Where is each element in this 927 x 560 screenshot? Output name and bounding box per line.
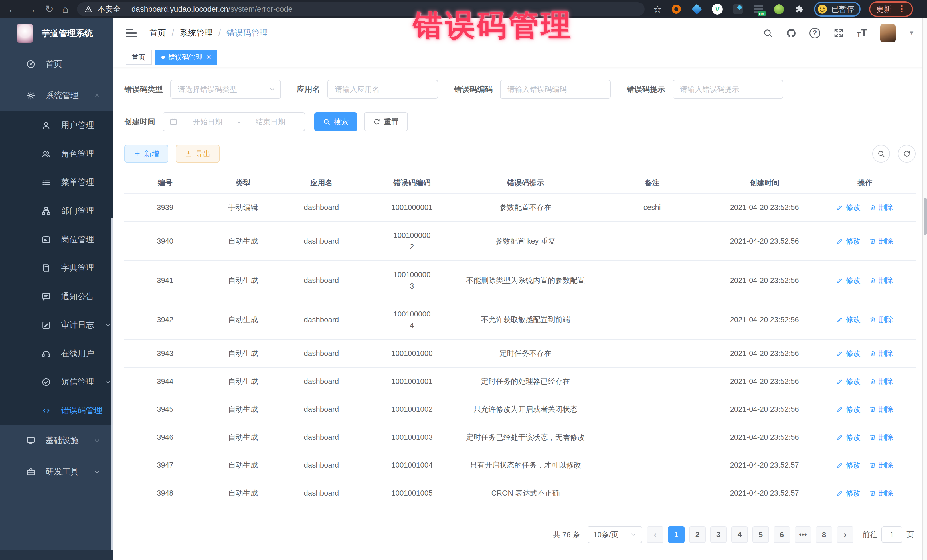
date-range-picker[interactable]: 开始日期 - 结束日期 (163, 112, 305, 131)
edit-link[interactable]: 修改 (836, 487, 860, 499)
breadcrumb-home[interactable]: 首页 (149, 27, 166, 39)
close-icon[interactable]: ✕ (206, 54, 211, 61)
refresh-table-button[interactable] (898, 145, 916, 162)
delete-link[interactable]: 删除 (869, 375, 894, 387)
browser-reload-icon[interactable]: ↻ (45, 4, 54, 14)
delete-link[interactable]: 删除 (869, 487, 894, 499)
sidebar-collapse-bar[interactable] (0, 550, 113, 560)
error-code-type-select[interactable] (170, 80, 281, 99)
app-name-input[interactable] (327, 80, 438, 99)
edit-link[interactable]: 修改 (836, 275, 860, 286)
tab-home[interactable]: 首页 (126, 50, 152, 65)
edit-link[interactable]: 修改 (836, 459, 860, 471)
export-button[interactable]: 导出 (176, 145, 220, 162)
sidebar-item-user-management[interactable]: 用户管理 (0, 111, 113, 140)
search-icon[interactable] (763, 28, 773, 38)
sidebar-item-dict-management[interactable]: 字典管理 (0, 254, 113, 282)
error-hint-input[interactable] (673, 80, 783, 99)
edit-link[interactable]: 修改 (836, 431, 860, 443)
create-time-label: 创建时间 (125, 117, 155, 127)
sidebar-item-sms-management[interactable]: 短信管理 (0, 368, 113, 396)
gear-icon (26, 91, 35, 100)
prev-page-button[interactable]: ‹ (647, 527, 663, 543)
font-size-icon[interactable]: TT (857, 28, 868, 38)
hamburger-icon[interactable] (126, 29, 137, 37)
start-date-placeholder[interactable]: 开始日期 (180, 117, 236, 127)
user-avatar[interactable] (880, 24, 896, 42)
fullscreen-icon[interactable] (833, 28, 844, 38)
sidebar-item-menu-management[interactable]: 菜单管理 (0, 168, 113, 197)
page-button-2[interactable]: 2 (689, 527, 706, 543)
page-button-3[interactable]: 3 (710, 527, 727, 543)
sidebar-item-role-management[interactable]: 角色管理 (0, 140, 113, 168)
extension-switch-icon[interactable]: on (752, 3, 764, 15)
extension-blue-gem-icon[interactable] (691, 3, 703, 15)
sidebar-item-online-users[interactable]: 在线用户 (0, 339, 113, 368)
sidebar-item-department-management[interactable]: 部门管理 (0, 197, 113, 225)
address-bar-divider (126, 5, 126, 14)
delete-link[interactable]: 删除 (869, 314, 894, 325)
edit-link[interactable]: 修改 (836, 404, 860, 415)
error-code-type-input[interactable] (170, 80, 281, 99)
sidebar-item-audit-log[interactable]: 审计日志 (0, 311, 113, 339)
page-size-select[interactable]: 10条/页 (588, 526, 642, 543)
reset-button[interactable]: 重置 (364, 112, 408, 131)
page-button-8[interactable]: 8 (816, 527, 832, 543)
breadcrumb-system-management[interactable]: 系统管理 (180, 27, 213, 39)
end-date-placeholder[interactable]: 结束日期 (242, 117, 298, 127)
browser-home-icon[interactable]: ⌂ (62, 4, 68, 14)
sidebar-item-infrastructure[interactable]: 基础设施 (0, 425, 113, 456)
trash-icon (869, 378, 876, 385)
sidebar-item-home[interactable]: 首页 (0, 49, 113, 80)
edit-link[interactable]: 修改 (836, 348, 860, 359)
trash-icon (869, 490, 876, 497)
page-button-4[interactable]: 4 (731, 527, 748, 543)
bookmark-star-icon[interactable]: ☆ (653, 3, 662, 15)
browser-back-icon[interactable]: ← (8, 4, 18, 14)
error-code-input[interactable] (500, 80, 611, 99)
browser-update-button[interactable]: 更新 ⋮ (869, 2, 913, 17)
delete-link[interactable]: 删除 (869, 431, 894, 443)
app-logo[interactable]: 芋道管理系统 (0, 18, 113, 49)
tab-error-code-management[interactable]: 错误码管理 ✕ (155, 50, 217, 65)
extension-orange-ring-icon[interactable] (670, 3, 682, 15)
edit-link[interactable]: 修改 (836, 202, 860, 213)
extensions-puzzle-icon[interactable] (793, 3, 805, 15)
paused-profile-pill[interactable]: 已暂停 (814, 2, 860, 17)
page-button-6[interactable]: 6 (774, 527, 790, 543)
sidebar-item-post-management[interactable]: 岗位管理 (0, 225, 113, 254)
github-icon[interactable] (786, 28, 796, 38)
avatar-caret-icon[interactable]: ▼ (909, 30, 915, 36)
page-button-1[interactable]: 1 (668, 527, 685, 543)
extension-spy-icon[interactable] (773, 3, 785, 15)
sidebar-item-error-code-management[interactable]: 错误码管理 (0, 396, 113, 425)
browser-menu-icon[interactable]: ⋮ (897, 5, 906, 13)
page-scrollbar[interactable] (922, 18, 927, 560)
search-button[interactable]: 搜索 (314, 112, 357, 131)
extension-vue-devtools-icon[interactable]: V (711, 3, 723, 15)
delete-link[interactable]: 删除 (869, 202, 894, 213)
page-button-5[interactable]: 5 (752, 527, 769, 543)
sidebar-item-dev-tools[interactable]: 研发工具 (0, 456, 113, 487)
filter-create-time: 创建时间 开始日期 - 结束日期 (125, 112, 305, 131)
delete-link[interactable]: 删除 (869, 459, 894, 471)
add-button[interactable]: 新增 (125, 145, 168, 162)
edit-link[interactable]: 修改 (836, 314, 860, 325)
breadcrumb-separator: / (219, 28, 221, 38)
more-pages-button[interactable]: ••• (795, 527, 811, 543)
sidebar-item-system-management[interactable]: 系统管理 (0, 80, 113, 111)
delete-link[interactable]: 删除 (869, 275, 894, 286)
toggle-search-button[interactable] (872, 145, 890, 162)
edit-link[interactable]: 修改 (836, 375, 860, 387)
extension-grid-icon[interactable] (732, 3, 744, 15)
delete-link[interactable]: 删除 (869, 348, 894, 359)
goto-page-input[interactable] (881, 527, 903, 543)
edit-link[interactable]: 修改 (836, 235, 860, 247)
browser-forward-icon[interactable]: → (26, 4, 36, 14)
next-page-button[interactable]: › (837, 527, 853, 543)
help-icon[interactable]: ? (810, 28, 820, 38)
delete-link[interactable]: 删除 (869, 404, 894, 415)
delete-link[interactable]: 删除 (869, 235, 894, 247)
scrollbar-thumb[interactable] (924, 198, 927, 235)
sidebar-item-notice-announcement[interactable]: 通知公告 (0, 282, 113, 311)
